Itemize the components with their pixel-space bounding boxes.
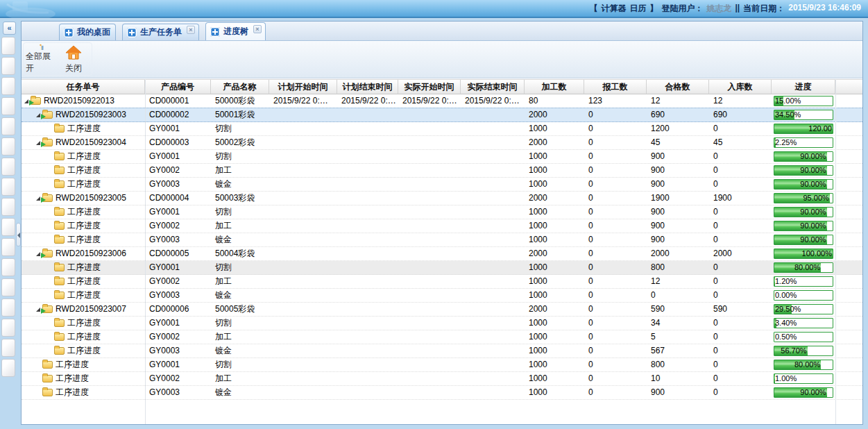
calendar-link[interactable]: 日历 (630, 3, 647, 15)
sidebar-collapsed-item[interactable] (1, 298, 15, 317)
progress-label: 90.00% (800, 235, 826, 244)
sidebar-collapsed-item[interactable] (1, 278, 15, 296)
tree-expand-caret-icon[interactable] (36, 196, 40, 201)
sidebar-collapsed-item[interactable] (1, 77, 15, 95)
sidebar-collapsed-item[interactable] (1, 158, 15, 176)
column-header-3[interactable]: 计划开始时间 (269, 79, 337, 94)
cell-product_name: 切割 (211, 358, 269, 371)
process-row[interactable]: 工序进度GY0001切割100003403.40% (22, 317, 862, 330)
process-row[interactable]: 工序进度GY0003镀金10000900090.00% (22, 178, 862, 192)
progress-bar: 2.25% (774, 137, 833, 148)
sidebar-collapse-button[interactable]: « (3, 22, 16, 35)
node-label: 工序进度 (67, 344, 101, 358)
task-row[interactable]: RWD20150923005CD00000450003彩袋20000190019… (22, 192, 862, 205)
column-header-6[interactable]: 实际结束时间 (461, 79, 525, 94)
bracket: 【 (590, 3, 598, 15)
close-button[interactable]: 关闭 (58, 44, 90, 74)
expand-all-label: 全部展开 (26, 51, 58, 74)
process-row[interactable]: 工序进度GY0003镀金10000900090.00% (22, 233, 862, 247)
column-header-2[interactable]: 产品名称 (211, 79, 269, 94)
cell-report_qty: 0 (584, 150, 647, 163)
tree-cell: RWD20150923006 (22, 247, 145, 260)
cell-actual_start (398, 372, 461, 385)
cell-process_qty: 1000 (525, 372, 584, 385)
progress-bar: 15.00% (774, 96, 833, 106)
task-row[interactable]: RWD20150923004CD00000350002彩袋2000045452.… (22, 136, 862, 150)
tab-progress-tree[interactable]: 进度树× (205, 22, 266, 40)
process-row[interactable]: 工序进度GY0001切割1000012000120.00 (22, 122, 862, 136)
tab-close-icon[interactable]: × (253, 25, 262, 33)
expand-all-button[interactable]: 全部展开 (26, 44, 58, 74)
sidebar-collapsed-item[interactable] (1, 37, 15, 55)
tab-close-icon[interactable]: × (187, 26, 195, 34)
column-header-9[interactable]: 合格数 (647, 79, 709, 94)
tree-expand-caret-icon[interactable] (24, 99, 28, 103)
sidebar-collapsed-item[interactable] (1, 359, 15, 377)
process-row[interactable]: 工序进度GY0001切割10000900090.00% (22, 205, 862, 219)
sidebar-collapsed-item[interactable] (1, 178, 15, 196)
sidebar-collapsed-item[interactable] (1, 218, 15, 236)
cell-progress: 100.00% (772, 247, 835, 260)
task-row[interactable]: RWD20150923006CD00000550004彩袋20000200020… (22, 247, 862, 261)
sidebar-collapsed-item[interactable] (1, 258, 15, 276)
cell-product_code: GY0001 (145, 150, 211, 163)
cell-stored_qty: 0 (709, 178, 772, 191)
sidebar-collapsed-item[interactable] (1, 238, 15, 256)
cell-process_qty: 1000 (525, 344, 584, 358)
process-row[interactable]: 工序进度GY0003镀金10000567056.70% (22, 344, 862, 358)
sidebar-collapsed-item[interactable] (1, 319, 15, 337)
column-header-4[interactable]: 计划结束时间 (337, 79, 398, 94)
tree-cell: 工序进度 (22, 219, 145, 233)
column-header-5[interactable]: 实际开始时间 (398, 79, 461, 94)
process-row[interactable]: 工序进度GY0001切割10000800080.00% (22, 358, 862, 372)
task-row[interactable]: RWD20150922013CD00000150000彩袋2015/9/22 0… (22, 94, 862, 108)
sidebar-collapsed-item[interactable] (1, 339, 15, 357)
progress-label: 1.20% (775, 277, 797, 286)
process-row[interactable]: 工序进度GY0002加工10000900090.00% (22, 164, 862, 178)
process-row[interactable]: 工序进度GY0002加工10000900090.00% (22, 219, 862, 233)
cell-qualified_qty: 12 (647, 275, 709, 288)
sidebar-collapsed-item[interactable] (1, 97, 15, 115)
process-row[interactable]: 工序进度GY0002加工100001201.20% (22, 275, 862, 289)
progress-bar: 90.00% (774, 235, 833, 245)
cell-plan_start (269, 205, 337, 219)
node-label: 工序进度 (56, 386, 89, 399)
process-row[interactable]: 工序进度GY0001切割10000900090.00% (22, 150, 862, 164)
tree-cell: 工序进度 (22, 289, 145, 302)
task-folder-icon (42, 250, 53, 258)
tree-expand-caret-icon[interactable] (36, 141, 40, 145)
sidebar-collapsed-item[interactable] (1, 117, 15, 135)
process-row[interactable]: 工序进度GY0002加工100001001.00% (22, 372, 862, 386)
current-datetime: 2015/9/23 16:46:09 (788, 3, 861, 15)
calculator-link[interactable]: 计算器 (602, 3, 627, 15)
column-header-1[interactable]: 产品编号 (145, 79, 211, 94)
column-header-7[interactable]: 加工数 (525, 79, 584, 94)
progress-bar: 34.50% (774, 110, 833, 120)
cell-report_qty: 0 (584, 330, 647, 344)
tree-expand-caret-icon[interactable] (36, 252, 40, 256)
tab-production-task-order[interactable]: 生产任务单× (122, 24, 199, 40)
process-row[interactable]: 工序进度GY0002加工10000500.50% (22, 330, 862, 344)
process-row[interactable]: 工序进度GY0003镀金10000000.00% (22, 289, 862, 303)
process-row[interactable]: 工序进度GY0003镀金10000900090.00% (22, 386, 862, 400)
sidebar-splitter[interactable] (16, 22, 21, 425)
sidebar-collapsed-item[interactable] (1, 57, 15, 75)
tree-expand-caret-icon[interactable] (36, 113, 40, 117)
window-plus-icon (127, 28, 137, 37)
column-header-11[interactable]: 进度 (772, 79, 835, 94)
task-row[interactable]: RWD20150923007CD00000650005彩袋20000590590… (22, 303, 862, 317)
cell-process_qty: 1000 (525, 150, 584, 163)
cell-product_name: 加工 (211, 275, 269, 288)
task-folder-icon (31, 97, 41, 105)
sidebar-collapsed-item[interactable] (1, 137, 15, 155)
sidebar-collapsed-item[interactable] (1, 198, 15, 216)
column-header-0[interactable]: 任务单号 (22, 79, 145, 94)
column-header-8[interactable]: 报工数 (584, 79, 647, 94)
tab-my-desktop[interactable]: 我的桌面 (59, 24, 116, 40)
cell-product_name: 切割 (211, 150, 269, 163)
process-row[interactable]: 工序进度GY0001切割10000800080.00% (22, 261, 862, 275)
column-header-10[interactable]: 入库数 (709, 79, 772, 94)
task-row[interactable]: RWD20150923003CD00000250001彩袋20000690690… (22, 108, 862, 122)
splitter-collapse-handle[interactable] (16, 223, 21, 246)
tree-expand-caret-icon[interactable] (36, 308, 40, 312)
